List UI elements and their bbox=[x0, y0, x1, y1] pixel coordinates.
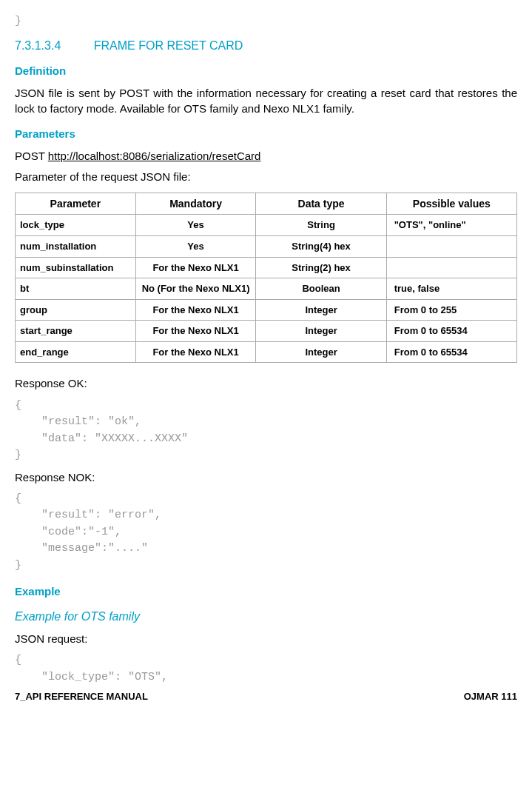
cell-dtype: Integer bbox=[256, 299, 386, 321]
cell-mand: For the Nexo NLX1 bbox=[135, 257, 256, 278]
cell-dtype: String(2) hex bbox=[256, 257, 386, 278]
section-title: FRAME FOR RESET CARD bbox=[94, 39, 243, 52]
table-row: lock_type Yes String "OTS", "online" bbox=[16, 215, 517, 236]
cell-mand: For the Nexo NLX1 bbox=[135, 321, 256, 342]
table-row: group For the Nexo NLX1 Integer From 0 t… bbox=[16, 299, 517, 321]
cell-mand: Yes bbox=[135, 215, 256, 236]
cell-vals: "OTS", "online" bbox=[386, 215, 516, 236]
cell-dtype: String(4) hex bbox=[256, 236, 386, 258]
section-number: 7.3.1.3.4 bbox=[15, 39, 61, 52]
footer-left: 7_API REFERENCE MANUAL bbox=[15, 690, 148, 703]
cell-param: end_range bbox=[16, 341, 136, 363]
definition-text: JSON file is sent by POST with the infor… bbox=[15, 86, 517, 116]
cell-vals: From 0 to 65534 bbox=[386, 341, 516, 363]
cell-vals bbox=[386, 236, 516, 258]
json-request-label: JSON request: bbox=[15, 632, 517, 646]
post-label: POST bbox=[15, 150, 48, 162]
cell-param: num_subinstallation bbox=[16, 257, 136, 278]
cell-dtype: Integer bbox=[256, 321, 386, 342]
response-nok-code: { "result": "error", "code":"-1", "messa… bbox=[15, 491, 517, 575]
cell-mand: No (For the Nexo NLX1) bbox=[135, 278, 256, 300]
th-mandatory: Mandatory bbox=[135, 193, 256, 215]
cell-param: group bbox=[16, 299, 136, 321]
th-values: Possible values bbox=[386, 193, 516, 215]
response-ok-label: Response OK: bbox=[15, 376, 517, 391]
response-nok-label: Response NOK: bbox=[15, 470, 517, 485]
table-header-row: Parameter Mandatory Data type Possible v… bbox=[16, 193, 517, 215]
th-datatype: Data type bbox=[256, 193, 386, 215]
table-row: num_subinstallation For the Nexo NLX1 St… bbox=[16, 257, 517, 278]
json-request-code: { "lock_type": "OTS", bbox=[15, 652, 517, 686]
table-row: num_installation Yes String(4) hex bbox=[16, 236, 517, 258]
cell-mand: Yes bbox=[135, 236, 256, 258]
table-row: end_range For the Nexo NLX1 Integer From… bbox=[16, 341, 517, 363]
cell-param: lock_type bbox=[16, 215, 136, 236]
example-subheading: Example for OTS family bbox=[15, 609, 517, 625]
response-ok-code: { "result": "ok", "data": "XXXXX...XXXX"… bbox=[15, 398, 517, 464]
code-closing-brace: } bbox=[15, 13, 517, 30]
cell-mand: For the Nexo NLX1 bbox=[135, 299, 256, 321]
post-url[interactable]: http://localhost:8086/serialization/rese… bbox=[48, 150, 261, 162]
cell-dtype: String bbox=[256, 215, 386, 236]
parameters-table: Parameter Mandatory Data type Possible v… bbox=[15, 193, 517, 364]
footer-right: OJMAR 111 bbox=[464, 690, 517, 703]
cell-vals: true, false bbox=[386, 278, 516, 300]
section-heading: 7.3.1.3.4 FRAME FOR RESET CARD bbox=[15, 38, 517, 54]
post-line: POST http://localhost:8086/serialization… bbox=[15, 149, 517, 164]
cell-dtype: Boolean bbox=[256, 278, 386, 300]
cell-vals: From 0 to 65534 bbox=[386, 321, 516, 342]
table-row: start_range For the Nexo NLX1 Integer Fr… bbox=[16, 321, 517, 342]
definition-heading: Definition bbox=[15, 64, 517, 78]
param-intro: Parameter of the request JSON file: bbox=[15, 170, 517, 184]
cell-mand: For the Nexo NLX1 bbox=[135, 341, 256, 363]
page-footer: 7_API REFERENCE MANUAL OJMAR 111 bbox=[15, 690, 517, 703]
parameters-heading: Parameters bbox=[15, 127, 517, 141]
cell-vals: From 0 to 255 bbox=[386, 299, 516, 321]
cell-vals bbox=[386, 257, 516, 278]
cell-dtype: Integer bbox=[256, 341, 386, 363]
example-heading: Example bbox=[15, 584, 517, 599]
table-row: bt No (For the Nexo NLX1) Boolean true, … bbox=[16, 278, 517, 300]
th-parameter: Parameter bbox=[16, 193, 136, 215]
cell-param: num_installation bbox=[16, 236, 136, 258]
cell-param: start_range bbox=[16, 321, 136, 342]
cell-param: bt bbox=[16, 278, 136, 300]
